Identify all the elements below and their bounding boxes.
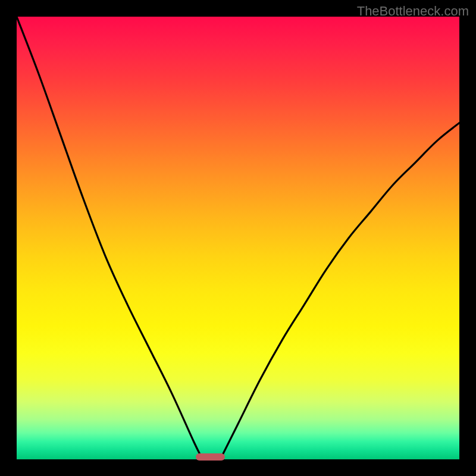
curve-right	[220, 123, 459, 459]
watermark-text: TheBottleneck.com	[357, 4, 469, 19]
chart-plot-area	[17, 17, 459, 459]
chart-curves-svg	[17, 17, 459, 459]
chart-bottom-marker	[196, 453, 224, 461]
curve-left	[17, 17, 202, 459]
